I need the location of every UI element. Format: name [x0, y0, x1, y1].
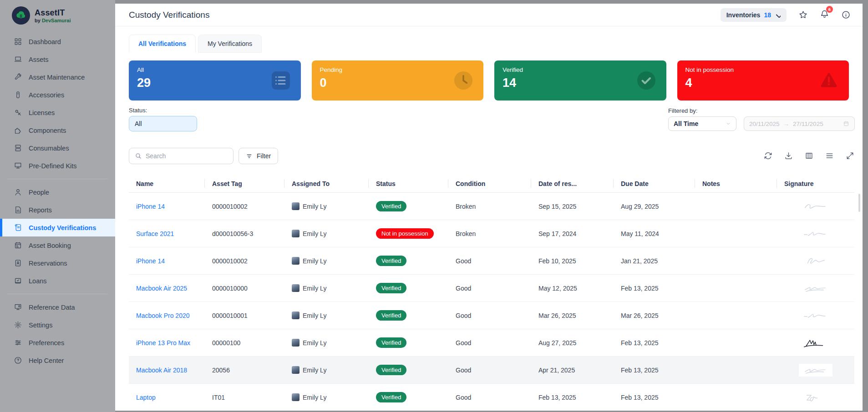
- status-badge: Verified: [376, 392, 406, 402]
- table-row[interactable]: Surface 2021d000010056-3Emily LyNot in p…: [129, 220, 854, 247]
- stat-card-all[interactable]: All29: [129, 60, 301, 100]
- column-header-signature[interactable]: Signature: [777, 175, 854, 192]
- date-of-res-cell: Mar 26, 2025: [531, 302, 614, 329]
- sidebar-item-preferences[interactable]: Preferences: [0, 334, 115, 352]
- asset-name-link[interactable]: Macbook Air 2018: [136, 367, 187, 374]
- app-logo: AssetIT by DevSamurai: [0, 0, 115, 29]
- date-range-input[interactable]: 20/11/2025 → 27/11/2025: [744, 116, 855, 131]
- help-icon: [14, 356, 22, 365]
- asset-name-link[interactable]: Macbook Air 2025: [136, 285, 187, 292]
- sidebar-nav: DashboardAssetsAsset MaintenanceAccessor…: [0, 33, 115, 369]
- column-header-status[interactable]: Status: [369, 175, 448, 192]
- sidebar-item-reservations[interactable]: Reservations: [0, 254, 115, 272]
- avatar: [292, 284, 299, 292]
- asset-name-link[interactable]: Surface 2021: [136, 230, 174, 237]
- column-header-name[interactable]: Name: [129, 175, 205, 192]
- stat-card-value: 0: [320, 76, 476, 90]
- assignee-name: Emily Ly: [303, 339, 326, 347]
- sidebar-item-dashboard[interactable]: Dashboard: [0, 33, 115, 50]
- asset-name-cell: Macbook Pro 2020: [129, 302, 205, 329]
- sidebar-item-label: Asset Booking: [29, 242, 71, 249]
- search-input[interactable]: [146, 152, 228, 160]
- table-row[interactable]: Macbook Air 201820056Emily LyVerifiedGoo…: [129, 357, 854, 384]
- status-filter-select[interactable]: All: [129, 116, 197, 131]
- status-cell: Not in possession: [369, 220, 448, 247]
- column-header-due-date[interactable]: Due Date: [614, 175, 695, 192]
- asset-name-link[interactable]: iPhone 13 Pro Max: [136, 339, 190, 347]
- sidebar-divider: [7, 294, 108, 294]
- sidebar-item-licenses[interactable]: Licenses: [0, 104, 115, 121]
- sidebar-item-accessories[interactable]: Accessories: [0, 86, 115, 104]
- sidebar-item-label: Preferences: [29, 339, 64, 347]
- table-row[interactable]: iPhone 13 Pro Max00000100Emily LyVerifie…: [129, 329, 854, 357]
- column-header-notes[interactable]: Notes: [695, 175, 777, 192]
- status-badge: Verified: [376, 337, 406, 348]
- sidebar-item-label: Reference Data: [29, 304, 75, 311]
- refresh-icon[interactable]: [764, 151, 772, 160]
- stat-card-verified[interactable]: Verified14: [494, 60, 666, 100]
- status-badge: Verified: [376, 256, 406, 266]
- filter-button[interactable]: Filter: [239, 148, 278, 164]
- table-scrollbar[interactable]: [858, 194, 860, 212]
- sidebar-item-reference-data[interactable]: Reference Data: [0, 298, 115, 316]
- tab-my-verifications[interactable]: My Verifications: [198, 35, 262, 53]
- reports-icon: [14, 206, 22, 214]
- stat-card-not-in-possession[interactable]: Not in possession4: [677, 60, 849, 100]
- column-header-assigned-to[interactable]: Assigned To: [284, 175, 369, 192]
- column-header-asset-tag[interactable]: Asset Tag: [205, 175, 284, 192]
- tab-all-verifications[interactable]: All Verifications: [129, 35, 196, 53]
- asset-name-link[interactable]: iPhone 14: [136, 203, 165, 210]
- signature-cell: [777, 302, 854, 329]
- assigned-to-cell: Emily Ly: [284, 329, 369, 356]
- asset-name-cell: Macbook Air 2025: [129, 275, 205, 301]
- table-row[interactable]: iPhone 140000010002Emily LyVerifiedBroke…: [129, 193, 854, 220]
- asset-name-link[interactable]: Laptop: [136, 394, 156, 401]
- sidebar-item-asset-booking[interactable]: Asset Booking: [0, 236, 115, 254]
- sidebar-item-components[interactable]: Components: [0, 121, 115, 139]
- status-cell: Verified: [369, 275, 448, 301]
- asset-name-link[interactable]: Macbook Pro 2020: [136, 312, 190, 319]
- search-field: [129, 148, 233, 164]
- sidebar-item-pre-defined-kits[interactable]: Pre-Defined Kits: [0, 157, 115, 175]
- star-icon[interactable]: [798, 10, 808, 20]
- density-icon[interactable]: [825, 151, 834, 160]
- sidebar-item-consumables[interactable]: Consumables: [0, 139, 115, 157]
- stat-card-label: Not in possession: [685, 66, 841, 73]
- table-row[interactable]: Macbook Air 20250000010000Emily LyVerifi…: [129, 275, 854, 302]
- table-row[interactable]: iPhone 140000010002Emily LyVerifiedGoodF…: [129, 247, 854, 275]
- sidebar-item-loans[interactable]: Loans: [0, 272, 115, 290]
- table-row[interactable]: LaptopIT01Emily LyVerifiedGoodFeb 13, 20…: [129, 384, 854, 411]
- main-panel: Custody Verifications Inventories 18 6 A…: [115, 4, 863, 411]
- filter-icon: [246, 153, 253, 160]
- asset-tag-cell: d000010056-3: [205, 220, 284, 247]
- stat-card-pending[interactable]: Pending0: [312, 60, 484, 100]
- asset-name-link[interactable]: iPhone 14: [136, 257, 165, 265]
- notifications-button[interactable]: 6: [820, 9, 829, 20]
- avatar: [292, 393, 299, 401]
- info-icon[interactable]: [841, 10, 851, 20]
- verification-tabs: All Verifications My Verifications: [115, 26, 863, 53]
- columns-icon[interactable]: [805, 151, 813, 160]
- table-row[interactable]: Macbook Pro 20200000010001Emily LyVerifi…: [129, 302, 854, 329]
- asset-name-cell: Surface 2021: [129, 220, 205, 247]
- sidebar-item-people[interactable]: People: [0, 183, 115, 201]
- column-header-condition[interactable]: Condition: [448, 175, 531, 192]
- column-header-date-of-res-[interactable]: Date of res...: [531, 175, 614, 192]
- sidebar-item-help-center[interactable]: Help Center: [0, 352, 115, 369]
- sidebar-item-label: Pre-Defined Kits: [29, 162, 77, 170]
- sidebar-item-custody-verifications[interactable]: Custody Verifications: [0, 219, 115, 236]
- time-range-select[interactable]: All Time: [668, 116, 736, 131]
- asset-name-cell: iPhone 14: [129, 193, 205, 220]
- inventories-dropdown[interactable]: Inventories 18: [721, 8, 787, 22]
- download-icon[interactable]: [784, 151, 793, 160]
- loans-icon: [14, 276, 22, 285]
- table-body: iPhone 140000010002Emily LyVerifiedBroke…: [129, 193, 854, 411]
- page-header: Custody Verifications Inventories 18 6: [115, 4, 863, 26]
- notes-cell: [695, 275, 777, 301]
- sidebar-item-assets[interactable]: Assets: [0, 50, 115, 68]
- expand-icon[interactable]: [846, 151, 854, 160]
- sidebar-item-settings[interactable]: Settings: [0, 316, 115, 334]
- sidebar-item-asset-maintenance[interactable]: Asset Maintenance: [0, 68, 115, 86]
- sidebar-item-reports[interactable]: Reports: [0, 201, 115, 219]
- arrow-right-icon: →: [783, 121, 790, 127]
